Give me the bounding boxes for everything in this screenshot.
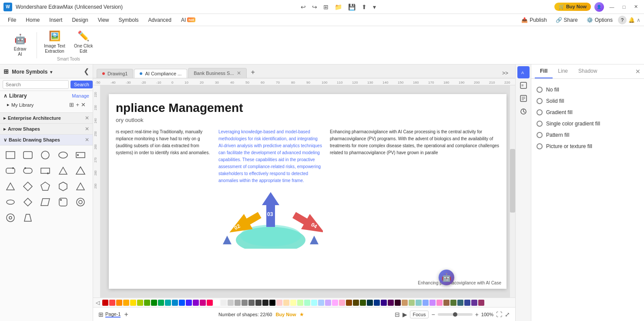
shape-rect[interactable]	[3, 148, 17, 162]
play-btn[interactable]: ▶	[402, 311, 407, 318]
shape-triangle-left[interactable]	[74, 164, 87, 178]
fill-panel-btn[interactable]: A	[517, 66, 530, 78]
manage-link[interactable]: Manage	[72, 93, 89, 98]
color-swatch[interactable]	[478, 300, 484, 306]
layout-btn[interactable]: ⊞	[98, 311, 104, 318]
color-swatch[interactable]	[102, 300, 108, 306]
color-swatch[interactable]	[137, 300, 143, 306]
shape-triangle-right[interactable]	[56, 164, 70, 178]
page-name[interactable]: Page-1	[105, 311, 121, 318]
tab-overflow-btn[interactable]: >>	[499, 68, 512, 78]
publish-btn[interactable]: 📤 Publish	[518, 16, 550, 24]
fit-screen-btn[interactable]: ⛶	[496, 311, 502, 318]
color-swatch[interactable]	[429, 300, 436, 306]
shape-pentagon[interactable]	[38, 179, 52, 193]
notification-btn[interactable]: 🔔	[628, 17, 635, 23]
color-swatch[interactable]	[123, 300, 129, 306]
ai-assistant-btn[interactable]: 🤖	[439, 270, 454, 285]
tab-close-bank-business[interactable]: ✕	[237, 70, 241, 76]
shadow-tab[interactable]: Shadow	[573, 64, 602, 78]
color-swatch[interactable]	[367, 300, 373, 306]
color-swatch[interactable]	[360, 300, 366, 306]
options-btn[interactable]: ⚙️ Options	[583, 16, 616, 24]
shape-triangle2[interactable]	[74, 179, 87, 193]
color-swatch[interactable]	[109, 300, 115, 306]
menu-symbols[interactable]: Symbols	[114, 15, 143, 25]
fill-option-pattern[interactable]: Pattern fill	[537, 129, 639, 141]
zoom-slider[interactable]	[438, 313, 473, 316]
edraw-ai-btn[interactable]: 🤖 EdrawAI	[7, 32, 33, 59]
canvas-scrollbar-v[interactable]	[510, 85, 515, 297]
tab-drawing1[interactable]: Drawing1	[97, 69, 133, 78]
image-extraction-btn[interactable]: 🖼️ Image TextExtraction	[40, 29, 69, 56]
color-swatch[interactable]	[374, 300, 380, 306]
color-swatch[interactable]	[255, 300, 262, 306]
menu-insert[interactable]: Insert	[45, 15, 67, 25]
shape-circle2[interactable]	[3, 211, 17, 225]
color-swatch[interactable]	[346, 300, 352, 306]
menu-file[interactable]: File	[3, 15, 20, 25]
save-btn[interactable]: 💾	[346, 3, 357, 11]
shape-hexagon[interactable]	[56, 179, 70, 193]
color-swatch[interactable]	[402, 300, 408, 306]
color-swatch[interactable]	[457, 300, 463, 306]
canvas-content[interactable]: npliance Management ory outlook rs expec…	[100, 85, 515, 297]
palette-left-icon[interactable]: ◁	[96, 300, 100, 306]
buy-now-btn[interactable]: 🛒 Buy Now	[554, 3, 591, 11]
chevron-up-btn[interactable]: ∧	[637, 17, 641, 23]
color-swatch[interactable]	[416, 300, 422, 306]
zoom-in-btn[interactable]: +	[475, 311, 479, 318]
buy-now-status[interactable]: Buy Now	[275, 312, 296, 317]
line-tab[interactable]: Line	[553, 64, 573, 78]
my-library-item[interactable]: ▸ My Library ⊞ + ✕	[7, 100, 86, 110]
color-swatch[interactable]	[179, 300, 185, 306]
color-swatch[interactable]	[471, 300, 477, 306]
fill-option-no-fill[interactable]: No fill	[537, 84, 639, 95]
color-swatch[interactable]	[172, 300, 178, 306]
color-swatch[interactable]	[276, 300, 282, 306]
basic-shapes-close[interactable]: ✕	[85, 137, 89, 143]
open-btn[interactable]: 📁	[333, 3, 344, 11]
arrow-shapes-close[interactable]: ✕	[85, 126, 89, 132]
enterprise-arch-header[interactable]: ▸ Enterprise Architecture ✕	[0, 113, 93, 124]
shape-rect-tab[interactable]	[38, 164, 52, 178]
color-swatch[interactable]	[395, 300, 401, 306]
scrollbar-thumb-v[interactable]	[510, 149, 515, 213]
color-swatch[interactable]	[423, 300, 429, 306]
dropdown-btn[interactable]: ▾	[371, 3, 378, 11]
menu-view[interactable]: View	[94, 15, 114, 25]
color-swatch[interactable]	[311, 300, 317, 306]
color-swatch[interactable]	[339, 300, 345, 306]
lib-import-icon[interactable]: ⊞	[69, 101, 74, 108]
menu-advanced[interactable]: Advanced	[144, 15, 176, 25]
color-swatch[interactable]	[443, 300, 449, 306]
color-swatch[interactable]	[151, 300, 157, 306]
shape-rounded3[interactable]	[21, 164, 35, 178]
color-swatch[interactable]	[193, 300, 199, 306]
color-swatch[interactable]	[262, 300, 268, 306]
maximize-btn[interactable]: □	[620, 3, 628, 11]
help-btn[interactable]: ?	[618, 16, 627, 24]
color-swatch[interactable]	[165, 300, 171, 306]
shape-triangle-outline[interactable]	[3, 179, 17, 193]
panel-collapse-icon[interactable]: ❮	[84, 67, 89, 75]
color-swatch[interactable]	[214, 300, 220, 306]
tab-add-btn[interactable]: +	[248, 67, 258, 78]
right-panel-close[interactable]: ✕	[635, 68, 641, 75]
color-swatch[interactable]	[158, 300, 164, 306]
color-swatch[interactable]	[318, 300, 324, 306]
shape-diamond-rect[interactable]	[74, 148, 87, 162]
basic-shapes-header[interactable]: ∨ Basic Drawing Shapes ✕	[0, 135, 93, 145]
color-swatch[interactable]	[450, 300, 456, 306]
color-swatch[interactable]	[242, 300, 248, 306]
library-title-btn[interactable]: ∧ Library	[3, 93, 27, 99]
undo-btn[interactable]: ↩	[299, 3, 308, 11]
zoom-out-btn[interactable]: −	[431, 311, 435, 318]
color-swatch[interactable]	[221, 300, 227, 306]
menu-design[interactable]: Design	[67, 15, 92, 25]
color-swatch[interactable]	[186, 300, 192, 306]
menu-ai[interactable]: AI hot	[177, 15, 200, 25]
color-swatch[interactable]	[283, 300, 289, 306]
color-swatch[interactable]	[207, 300, 213, 306]
page-add-btn[interactable]: +	[124, 311, 128, 318]
